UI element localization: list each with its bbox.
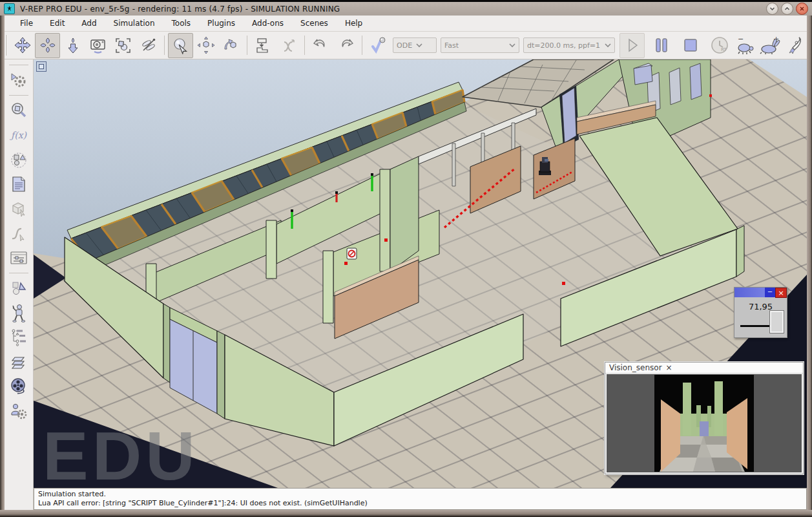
camera-zoom-icon — [65, 37, 81, 54]
video-recorder-button[interactable] — [7, 375, 30, 398]
slider-dialog-titlebar[interactable]: − × — [734, 288, 787, 297]
camera-pillar-right — [714, 381, 723, 436]
user-settings-button[interactable] — [7, 399, 30, 423]
film-reel-icon — [10, 377, 28, 396]
model-browser-button[interactable] — [7, 301, 30, 324]
object-properties-button[interactable] — [7, 99, 30, 122]
toolbar-separator — [247, 36, 247, 55]
dragonfly-icon — [140, 36, 158, 54]
slider-value: 71,95 — [734, 302, 787, 311]
fx-label: ƒ(x) — [11, 130, 26, 140]
real-time-sync-button[interactable]: RT — [707, 33, 732, 58]
assemble-button[interactable] — [251, 33, 276, 58]
camera-pan-button[interactable] — [10, 33, 35, 58]
rocket-icon — [786, 36, 804, 55]
vision-sensor-window[interactable]: Vision_sensor × — [605, 362, 804, 474]
slider-dialog[interactable]: − × 71,95 — [734, 287, 787, 338]
calculation-modules-button[interactable]: ƒ(x) — [7, 123, 30, 147]
play-icon — [624, 37, 641, 54]
menubar: File Edit Add Simulation Tools Plugins A… — [0, 16, 812, 32]
fit-to-view-button[interactable] — [110, 33, 136, 58]
fly-mode-button[interactable] — [136, 33, 161, 58]
stop-button[interactable] — [678, 33, 703, 58]
layers-button[interactable] — [7, 350, 30, 374]
pause-button[interactable] — [649, 33, 674, 58]
camera-image — [654, 375, 754, 472]
stop-icon — [683, 37, 698, 53]
camera-icon — [89, 37, 107, 54]
window-frame-left — [0, 16, 5, 511]
camera-rotate-button[interactable] — [35, 33, 60, 58]
toolbar-separator — [362, 36, 362, 55]
speed-select[interactable]: Fast — [441, 37, 519, 53]
slider-track[interactable] — [740, 325, 774, 327]
undo-button[interactable] — [308, 33, 333, 58]
collections-icon — [10, 151, 28, 169]
transfer-dna-button[interactable] — [276, 33, 301, 58]
application-window: V-REP PRO EDU - env_5r-5g - rendering: 1… — [0, 0, 812, 517]
close-button[interactable] — [796, 3, 808, 15]
menu-scenes[interactable]: Scenes — [292, 17, 337, 30]
menu-help[interactable]: Help — [337, 17, 371, 30]
vision-sensor-close-button[interactable]: × — [666, 363, 672, 372]
turtle-icon: − — [734, 36, 755, 55]
magnifier-icon — [10, 101, 28, 120]
vrep-logo-icon — [4, 3, 15, 14]
maximize-button[interactable] — [781, 3, 793, 15]
slow-down-button[interactable]: − — [732, 33, 757, 58]
object-shift-icon — [197, 36, 215, 54]
transfer-dna-icon — [280, 37, 297, 54]
camera-pillar-left — [683, 383, 691, 436]
menu-tools[interactable]: Tools — [163, 17, 200, 30]
threaded-rendering-button[interactable] — [782, 33, 807, 58]
dynamic-content-check-button[interactable] — [366, 33, 391, 58]
redo-icon — [337, 36, 355, 55]
path-edit-icon — [10, 224, 28, 242]
vision-sensor-title: Vision_sensor — [609, 363, 662, 372]
slider-handle[interactable] — [770, 311, 784, 333]
menu-simulation[interactable]: Simulation — [105, 17, 163, 30]
toolbar-grip[interactable] — [5, 35, 6, 56]
assemble-icon — [255, 37, 272, 54]
object-shift-button[interactable] — [193, 33, 218, 58]
hierarchy-icon — [10, 328, 27, 346]
camera-zoom-button[interactable] — [60, 33, 85, 58]
play-button[interactable] — [619, 33, 645, 58]
scene-hierarchy-button[interactable] — [7, 326, 30, 349]
object-rotate-button[interactable] — [218, 33, 244, 58]
engine-select[interactable]: ODE — [393, 37, 437, 53]
minimize-button[interactable] — [766, 3, 778, 15]
menu-add[interactable]: Add — [73, 17, 105, 30]
rt-label: RT — [721, 47, 727, 52]
geometry-shapes-icon — [10, 279, 28, 297]
page-selector-button[interactable] — [36, 61, 47, 72]
menu-edit[interactable]: Edit — [41, 17, 73, 30]
close-icon — [799, 6, 805, 12]
shape-edit-mode-button[interactable] — [7, 197, 30, 220]
dialog-close-button[interactable]: × — [775, 288, 787, 298]
sidebar-separator — [9, 65, 28, 65]
custom-user-interfaces-button[interactable] — [7, 246, 30, 269]
vision-sensor-titlebar[interactable]: Vision_sensor × — [605, 363, 803, 374]
rabbit-icon: + — [759, 36, 781, 55]
speed-up-button[interactable]: + — [757, 33, 782, 58]
simulation-settings-icon — [10, 71, 28, 89]
menu-file[interactable]: File — [12, 17, 41, 30]
geometry-tools-button[interactable] — [7, 277, 30, 300]
collections-button[interactable] — [7, 148, 30, 171]
object-select-button[interactable] — [168, 33, 193, 58]
status-line-2: Lua API call error: [string "SCRIPT Blue… — [38, 499, 802, 508]
camera-door — [700, 421, 709, 436]
dt-select[interactable]: dt=200.0 ms, ppf=1 — [523, 37, 615, 53]
scripts-button[interactable] — [7, 173, 30, 196]
path-edit-mode-button[interactable] — [7, 222, 30, 245]
menu-plugins[interactable]: Plugins — [199, 17, 244, 30]
viewport: EDU − × 71,95 Vision_sensor × — [34, 59, 807, 488]
left-toolbar: ƒ(x) — [5, 59, 34, 510]
dialog-minimize-button[interactable]: − — [765, 288, 775, 297]
redo-button[interactable] — [333, 33, 359, 58]
menu-addons[interactable]: Add-ons — [244, 17, 292, 30]
simulation-settings-button[interactable] — [7, 69, 30, 92]
camera-angle-button[interactable] — [85, 33, 110, 58]
titlebar[interactable]: V-REP PRO EDU - env_5r-5g - rendering: 1… — [0, 2, 812, 16]
